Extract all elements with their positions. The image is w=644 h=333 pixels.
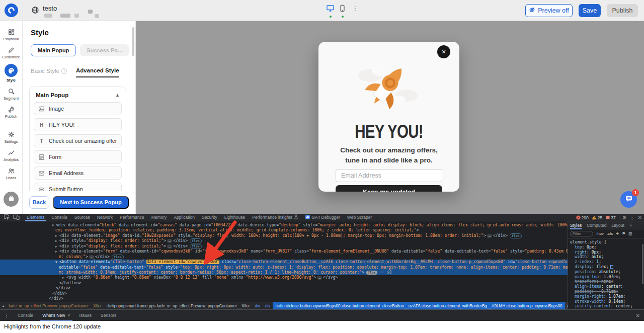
breadcrumb-item[interactable]: div#popupsmart-frame.pps-fade_in_up_effe… [104,302,253,310]
breadcrumb-item[interactable]: fade_in_up_effect.Preview_popupContainer… [6,302,104,310]
chat-launcher-button[interactable]: 1 [620,191,637,208]
popup-body-text[interactable]: Check out our amazing offers, tune in an… [333,145,445,165]
styles-scrollbar[interactable] [642,244,643,284]
devtools-tab-network[interactable]: Network [94,214,116,221]
css-property-position[interactable]: position: absolute; [570,270,644,275]
popup-close-button[interactable]: ✕ [437,45,450,58]
preview-off-button[interactable]: Preview off [525,4,573,17]
save-button[interactable]: Save [579,4,601,17]
accordion-header[interactable]: Main Popup ▲ [34,92,122,102]
whats-new-headline[interactable]: Highlights from the Chrome 120 update [4,323,101,329]
css-property-top[interactable]: top: 0px; [570,245,644,250]
devtools-tab-ga4-debugger[interactable]: GA4 Debugger [302,214,344,221]
popup-heading[interactable]: HEY YOU! [333,122,445,141]
tab-advanced-style[interactable]: Advanced Style [76,67,119,77]
devtools-tab-application[interactable]: Application [170,214,198,221]
drawer-close-icon[interactable]: ✕ [636,313,640,318]
dom-node[interactable]: </button> [0,281,568,286]
dom-node[interactable]: ▶<div data-element="image" data-id="19w2… [0,233,568,238]
popupsmart-logo-icon[interactable] [5,4,18,17]
dom-node[interactable]: ▶<div style="display: flex; order: initi… [0,244,568,249]
error-count[interactable]: 200 [576,215,589,220]
element-item-email-address[interactable]: Email Address [34,166,122,180]
devtools-close-icon[interactable]: ✕ [638,215,642,220]
element-item-image[interactable]: Image [34,102,122,115]
dom-node[interactable]: </div> [0,286,568,291]
selected-dom-node[interactable]: m; stroke-width: 0.14em; justify-content… [0,270,568,275]
sidebar-item-style[interactable]: Style [0,64,23,82]
issues-count[interactable]: 37 [605,215,615,220]
flag-icon[interactable]: ⚑ [622,231,625,236]
sidebar-item-segment[interactable]: Segment [0,87,23,101]
back-button[interactable]: Back [29,196,49,209]
css-property-justify-content[interactable]: justify-content: center; [570,304,644,309]
tab-success-po-[interactable]: Success Po... [80,44,129,56]
dom-node[interactable]: ▶<div data-element="form" data-element-i… [0,249,568,254]
sidebar-item-leads[interactable]: Leads [0,166,23,180]
devtools-tab-performance-insights[interactable]: Performance insights [249,214,302,221]
css-property-stroke-width[interactable]: stroke-width: 0.14em; [570,299,644,304]
dom-node[interactable]: ▶<svg width="0.86em" height="0.86em" vie… [0,275,568,280]
drawer-tab-what-s-new[interactable]: What's New× [38,310,74,321]
styles-tab-computed[interactable]: Computed [587,221,606,229]
sidebar-item-customize[interactable]: Customize [0,46,23,59]
sidebar-item-analytics[interactable]: Analytics [0,148,23,162]
new-style-rule-button[interactable]: + [616,231,619,236]
selected-dom-node[interactable]: ▼<button data-element="close-button" dat… [0,260,568,265]
devtools-menu-kebab-icon[interactable]: ⋮ [630,215,635,220]
styles-filter-input[interactable] [570,231,593,236]
flex-editor-icon[interactable] [610,265,613,269]
css-property-padding[interactable]: padding: ▸ 0.71em; [570,289,644,294]
elements-tree[interactable]: ▼<div data-element="block" data-element-… [0,221,568,302]
element-item-form[interactable]: Form [34,150,122,163]
element-item-hey-you-[interactable]: HHEY YOU! [34,118,122,131]
css-property-align-items[interactable]: align-items: center; [570,284,644,289]
device-toolbar-icon[interactable] [13,213,20,222]
inspect-element-icon[interactable] [4,213,10,222]
dom-node[interactable]: ▶<div style="display: flex; order: initi… [0,238,568,243]
dom-node[interactable]: n: column;">…</div>flex [0,255,568,260]
drawer-tab-console[interactable]: Console [13,310,38,321]
selected-dom-node[interactable]: editable="false" data-editable-text="fal… [0,265,568,270]
dom-node[interactable]: em; overflow: hidden; position: relative… [0,228,568,233]
devtools-settings-gear-icon[interactable]: ⚙ [622,215,627,220]
toggle-hover-state-button[interactable]: :hov [596,231,604,236]
css-property-width[interactable]: width: auto; [570,255,644,260]
dom-node[interactable]: </div> [0,291,568,296]
device-menu-kebab-icon[interactable]: ⋮ [350,5,360,13]
sidebar-item-publish[interactable]: Publish [0,105,23,119]
tab-basic-style[interactable]: Basic Stylei [31,67,67,77]
dom-node[interactable]: </div> [0,296,568,301]
mobile-toggle[interactable] [340,5,345,18]
devtools-tab-performance[interactable]: Performance [116,214,148,221]
warning-count[interactable]: 25 [592,215,602,220]
devtools-tab-console[interactable]: Console [48,214,70,221]
dom-node[interactable]: ▼<div data-element="block" data-element-… [0,223,568,228]
popup-email-input[interactable] [336,169,442,182]
css-property-transform[interactable]: transform: none; [570,279,644,284]
breadcrumb-item-selected[interactable]: button#close-button-cqwnvd5ups00.close-b… [273,302,565,310]
breadcrumb-item[interactable]: div [252,302,262,310]
devtools-tab-elements[interactable]: Elements [23,214,48,221]
element-item-check-out-our-amazing-of[interactable]: TCheck out our amazing offers, tune... [34,134,122,147]
styles-tab-layout[interactable]: Layout [611,221,624,229]
desktop-toggle[interactable] [326,5,335,18]
panel-layout-icon[interactable]: ▥ [628,231,632,236]
styles-tabs-overflow[interactable]: » [629,221,632,229]
devtools-tab-memory[interactable]: Memory [148,214,171,221]
devtools-tab-lighthouse[interactable]: Lighthouse [221,214,249,221]
breadcrumb-item[interactable]: div [263,302,273,310]
drawer-tab-issues[interactable]: Issues [75,310,97,321]
styles-tab-styles[interactable]: Styles [570,221,582,229]
element-style-selector[interactable]: element.style { [570,240,644,245]
css-property-display[interactable]: display: flex; [570,265,644,270]
devtools-tab-web-scraper[interactable]: Web Scraper [344,214,375,221]
css-property-margin-right[interactable]: margin-right: 1.07em; [570,294,644,299]
drawer-tab-sensors[interactable]: Sensors [96,310,121,321]
toggle-classes-button[interactable]: .cls [607,231,613,236]
css-property-right[interactable]: right: 0px; [570,250,644,255]
workspace-launcher-button[interactable] [4,192,19,207]
next-to-success-popup-button[interactable]: Next to Success Popup [53,196,129,209]
devtools-tab-security[interactable]: Security [198,214,221,221]
publish-button[interactable]: Publish [607,4,638,17]
